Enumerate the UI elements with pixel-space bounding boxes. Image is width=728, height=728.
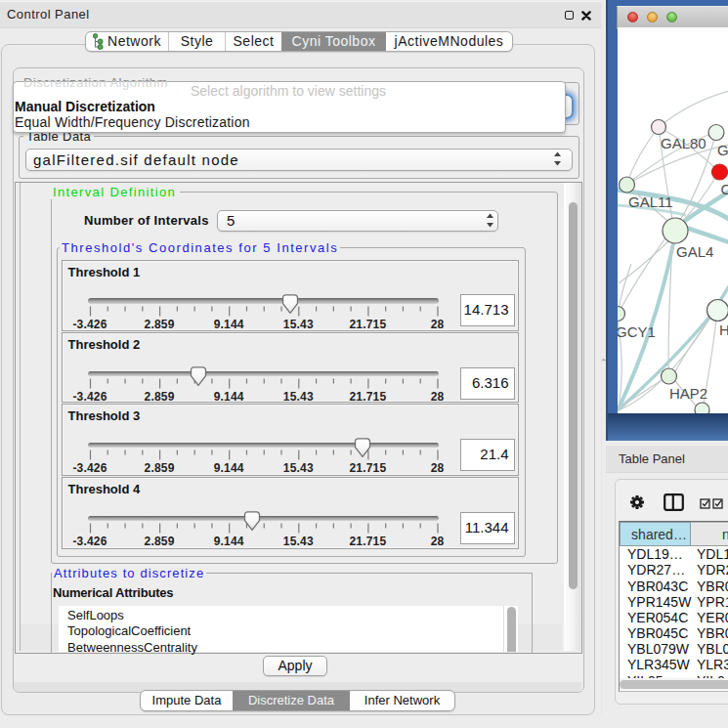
svg-text:GCY1: GCY1 (618, 323, 656, 340)
svg-text:GA: GA (717, 142, 728, 158)
svg-text:GAL4: GAL4 (676, 243, 713, 260)
svg-text:HAP2: HAP2 (669, 385, 707, 402)
svg-text:C: C (721, 181, 728, 197)
svg-text:GAL11: GAL11 (628, 193, 673, 210)
svg-text:GAL80: GAL80 (661, 135, 707, 151)
svg-text:H: H (719, 321, 728, 338)
